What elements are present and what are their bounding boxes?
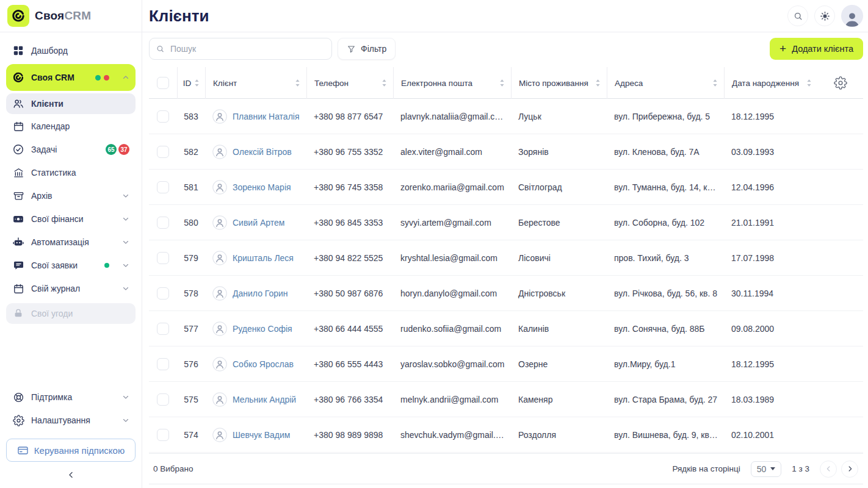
table-row[interactable]: 576 Собко Ярослав +380 66 555 4443 yaros… <box>149 346 863 382</box>
table-row[interactable]: 582 Олексій Вітров +380 96 755 3352 alex… <box>149 134 863 170</box>
sidebar-item-svoya-crm[interactable]: Своя CRM <box>6 64 136 91</box>
sidebar-item-automation[interactable]: Автоматизація <box>6 231 136 253</box>
sidebar-item-clients[interactable]: Клієнти <box>6 93 136 114</box>
row-checkbox[interactable] <box>157 181 169 193</box>
search-icon <box>793 11 803 21</box>
table-row[interactable]: 575 Мельник Андрій +380 96 766 3354 meln… <box>149 382 863 417</box>
cell-email: horyn.danylo@gmail.com <box>393 289 511 298</box>
client-name-link[interactable]: Сивий Артем <box>233 218 284 228</box>
client-name-link[interactable]: Плавник Наталія <box>233 112 300 121</box>
client-name-link[interactable]: Шевчук Вадим <box>233 430 290 440</box>
table-body: 583 Плавник Наталія +380 98 877 6547 pla… <box>149 99 863 453</box>
cell-phone: +380 96 766 3354 <box>306 395 393 404</box>
table-row[interactable]: 574 Шевчук Вадим +380 98 989 9898 shevch… <box>149 417 863 453</box>
sidebar-item-statistics[interactable]: Статистика <box>6 162 136 184</box>
client-avatar-icon <box>212 251 227 265</box>
client-avatar-icon <box>212 357 227 371</box>
row-checkbox[interactable] <box>157 217 169 229</box>
sidebar-collapse-button[interactable] <box>0 464 142 488</box>
sort-icon[interactable] <box>382 79 387 87</box>
previous-page-button[interactable] <box>820 461 837 478</box>
column-header-birthdate[interactable]: Дата народження <box>724 67 818 99</box>
cell-birthdate: 18.12.1995 <box>724 359 818 369</box>
main-content: Клієнти Фільтр <box>142 0 868 488</box>
select-all-checkbox[interactable] <box>157 77 169 89</box>
client-name-link[interactable]: Олексій Вітров <box>233 147 292 157</box>
table-row[interactable]: 580 Сивий Артем +380 96 845 3353 syvyi.a… <box>149 205 863 240</box>
header-checkbox-cell <box>149 67 177 99</box>
sidebar-item-archive[interactable]: Архів <box>6 185 136 207</box>
credit-card-icon <box>17 445 29 456</box>
add-client-label: Додати клієнта <box>792 44 853 54</box>
sidebar-item-journal[interactable]: Свій журнал <box>6 278 136 300</box>
sort-icon[interactable] <box>712 79 718 87</box>
client-name-link[interactable]: Руденко Софія <box>233 324 292 334</box>
client-name-link[interactable]: Кришталь Леся <box>233 253 294 263</box>
sidebar-item-label: Свої фінанси <box>31 214 84 224</box>
client-name-link[interactable]: Мельник Андрій <box>233 395 296 404</box>
column-header-phone[interactable]: Телефон <box>306 67 393 99</box>
sidebar-item-requests[interactable]: Свої заявки <box>6 254 136 276</box>
cell-email: rudenko.sofiia@gmail.com <box>393 324 511 334</box>
sort-icon[interactable] <box>295 79 300 87</box>
sidebar-item-dashboard[interactable]: Дашборд <box>6 40 136 62</box>
column-header-id[interactable]: ID <box>177 67 205 99</box>
row-checkbox-cell <box>149 134 177 169</box>
table-row[interactable]: 579 Кришталь Леся +380 94 822 5525 krysh… <box>149 240 863 276</box>
rows-per-page-select[interactable]: 50 <box>751 461 782 477</box>
row-checkbox[interactable] <box>157 146 169 158</box>
column-header-address[interactable]: Адреса <box>607 67 724 99</box>
table-row[interactable]: 581 Зоренко Марія +380 96 745 3358 zoren… <box>149 170 863 205</box>
next-page-button[interactable] <box>841 461 858 478</box>
user-avatar[interactable] <box>841 5 863 27</box>
add-client-button[interactable]: + Додати клієнта <box>770 38 863 60</box>
client-name-link[interactable]: Зоренко Марія <box>233 182 291 192</box>
cell-id: 583 <box>177 112 205 121</box>
sort-icon[interactable] <box>194 79 200 87</box>
sidebar-item-settings[interactable]: Налаштування <box>6 409 136 431</box>
column-header-client[interactable]: Клієнт <box>205 67 306 99</box>
theme-toggle-button[interactable] <box>814 5 835 26</box>
client-name-link[interactable]: Собко Ярослав <box>233 359 294 369</box>
sort-icon[interactable] <box>595 79 601 87</box>
cell-phone: +380 96 745 3358 <box>306 182 393 192</box>
search-input[interactable] <box>149 38 332 60</box>
client-name-link[interactable]: Данило Горин <box>233 289 288 298</box>
sidebar-item-tasks[interactable]: Задачі 65 37 <box>6 138 136 160</box>
row-checkbox[interactable] <box>157 358 169 370</box>
row-checkbox[interactable] <box>157 110 169 123</box>
sidebar-item-finances[interactable]: Свої фінанси <box>6 208 136 230</box>
cell-city: Озерне <box>511 359 607 369</box>
cell-phone: +380 96 755 3352 <box>306 147 393 157</box>
column-header-email[interactable]: Електронна пошта <box>393 67 511 99</box>
row-checkbox[interactable] <box>157 393 169 406</box>
sort-icon[interactable] <box>806 79 812 87</box>
dashboard-icon <box>12 45 24 57</box>
cell-address: вул. Стара Брама, буд. 27 <box>607 395 724 404</box>
cell-client: Шевчук Вадим <box>205 428 306 442</box>
cell-phone: +380 94 822 5525 <box>306 253 393 263</box>
table-settings-gear-icon[interactable] <box>834 76 847 90</box>
chevron-down-icon <box>122 285 129 292</box>
row-checkbox[interactable] <box>157 429 169 441</box>
cell-client: Собко Ярослав <box>205 357 306 371</box>
manage-subscription-button[interactable]: Керування підпискою <box>6 439 136 462</box>
column-header-city[interactable]: Місто проживання <box>511 67 607 99</box>
search-button[interactable] <box>787 5 808 26</box>
row-checkbox[interactable] <box>157 252 169 264</box>
filter-button[interactable]: Фільтр <box>338 38 396 60</box>
table-row[interactable]: 577 Руденко Софія +380 66 444 4555 ruden… <box>149 311 863 346</box>
table-row[interactable]: 578 Данило Горин +380 50 987 6876 horyn.… <box>149 276 863 311</box>
sidebar-item-support[interactable]: Підтримка <box>6 386 136 408</box>
table-row[interactable]: 583 Плавник Наталія +380 98 877 6547 pla… <box>149 99 863 134</box>
pagination-controls: Рядків на сторінці 50 1 з 3 <box>672 461 858 478</box>
row-checkbox-cell <box>149 276 177 310</box>
statistics-icon <box>12 167 24 179</box>
row-checkbox[interactable] <box>157 323 169 335</box>
cell-city: Каменяр <box>511 395 607 404</box>
row-checkbox[interactable] <box>157 287 169 300</box>
sidebar-item-calendar[interactable]: Календар <box>6 115 136 137</box>
topbar: Клієнти <box>142 0 868 32</box>
sort-icon[interactable] <box>499 79 505 87</box>
cell-city: Дністровськ <box>511 289 607 298</box>
